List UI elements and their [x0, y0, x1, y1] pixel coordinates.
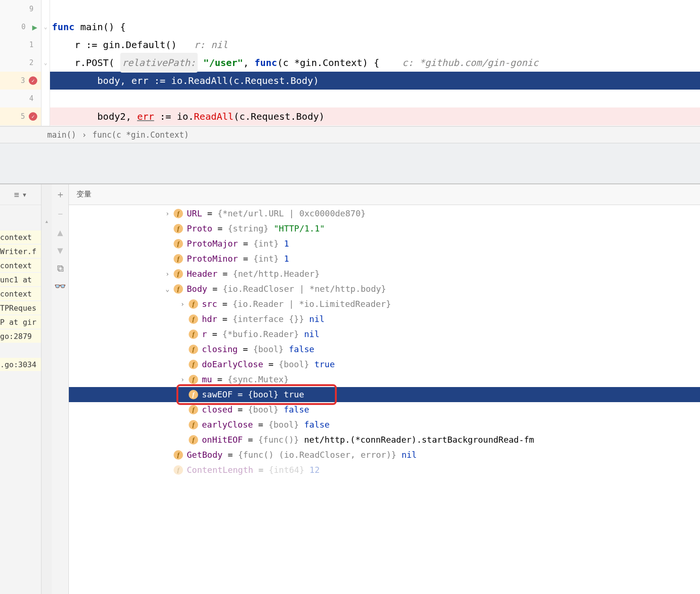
- variable-row[interactable]: fProto = {string} "HTTP/1.1": [69, 221, 700, 236]
- code-editor: 90▶12345 ⌄⌄ func main() { r := gin.Defau…: [0, 0, 700, 126]
- variables-tree[interactable]: ›fURL = {*net/url.URL | 0xc0000de870}fPr…: [69, 205, 700, 594]
- stack-frame[interactable]: unc1 at: [0, 273, 41, 286]
- fold-icon[interactable]: ⌄: [44, 59, 47, 66]
- field-badge-icon: f: [174, 254, 183, 264]
- chevron-down-icon[interactable]: ⌄: [163, 281, 172, 297]
- variables-tab[interactable]: 变量: [69, 184, 700, 205]
- field-badge-icon: f: [189, 299, 198, 309]
- down-icon[interactable]: ▼: [57, 245, 63, 256]
- stack-frame[interactable]: Writer.f: [0, 245, 41, 258]
- stack-frame[interactable]: .go:3034: [0, 358, 41, 371]
- stack-frame[interactable]: TPReques: [0, 301, 41, 314]
- remove-watch-icon[interactable]: －: [56, 207, 65, 220]
- field-badge-icon: f: [174, 465, 183, 475]
- stack-frame[interactable]: P at gir: [0, 315, 41, 329]
- variable-row[interactable]: fContentLength = {int64} 12: [69, 462, 700, 478]
- breadcrumb-item[interactable]: main(): [47, 130, 76, 140]
- variable-name: ProtoMinor: [187, 251, 238, 266]
- variable-row[interactable]: fr = {*bufio.Reader} nil: [69, 327, 700, 342]
- scroll-up-icon[interactable]: ▴: [45, 217, 49, 225]
- variable-name: ContentLength: [187, 462, 253, 478]
- code-line[interactable]: r := gin.Default() r: nil: [50, 36, 700, 54]
- code-line[interactable]: body, err := io.ReadAll(c.Request.Body): [50, 72, 700, 90]
- field-badge-icon: f: [174, 450, 183, 460]
- code-line[interactable]: r.POST( relativePath: "/user", func(c *g…: [50, 54, 700, 72]
- add-watch-icon[interactable]: ＋: [56, 188, 65, 201]
- fold-icon[interactable]: ⌄: [44, 24, 47, 30]
- editor-gap: [0, 143, 700, 184]
- run-gutter-icon[interactable]: ▶: [32, 22, 37, 32]
- gutter-row[interactable]: 4: [0, 90, 41, 107]
- code-line[interactable]: func main() {: [50, 18, 700, 36]
- variable-row[interactable]: fclosing = {bool} false: [69, 342, 700, 357]
- code-area[interactable]: func main() { r := gin.Default() r: nil …: [50, 0, 700, 126]
- code-line[interactable]: body2, err := io.ReadAll(c.Request.Body): [50, 107, 700, 125]
- variable-name: closed: [202, 402, 233, 417]
- variable-name: closing: [202, 342, 238, 357]
- frames-list[interactable]: contextWriter.fcontextunc1 atcontextTPRe…: [0, 205, 41, 594]
- variable-value: nil: [309, 312, 325, 327]
- breadcrumb[interactable]: main() › func(c *gin.Context): [0, 126, 700, 143]
- gutter-row[interactable]: 5: [0, 107, 41, 125]
- variable-row[interactable]: fGetBody = {func() (io.ReadCloser, error…: [69, 447, 700, 462]
- variable-name: URL: [187, 206, 202, 221]
- chevron-right-icon[interactable]: ›: [178, 372, 187, 387]
- field-badge-icon: f: [189, 345, 198, 354]
- stack-frame[interactable]: context: [0, 231, 41, 244]
- stack-frame[interactable]: context: [0, 259, 41, 272]
- variable-type: {bool}: [248, 402, 279, 417]
- variable-name: sawEOF: [202, 387, 233, 402]
- variable-row[interactable]: fsawEOF = {bool} true: [69, 387, 700, 402]
- chevron-right-icon[interactable]: ›: [178, 297, 187, 312]
- up-icon[interactable]: ▲: [57, 227, 63, 238]
- variable-name: earlyClose: [202, 417, 253, 432]
- variable-row[interactable]: fclosed = {bool} false: [69, 402, 700, 417]
- code-line[interactable]: [50, 90, 700, 107]
- gutter-row[interactable]: 2: [0, 54, 41, 72]
- breadcrumb-item[interactable]: func(c *gin.Context): [92, 130, 189, 140]
- glasses-icon[interactable]: 👓: [54, 280, 66, 292]
- variable-row[interactable]: ›fURL = {*net/url.URL | 0xc0000de870}: [69, 206, 700, 221]
- frames-toolbar: ≡ ▾: [0, 184, 41, 205]
- frames-scroll[interactable]: ▴: [42, 184, 52, 594]
- var-toolbar: ＋ － ▲ ▼ ⧉ 👓: [52, 184, 69, 594]
- variable-type: {bool}: [248, 387, 279, 402]
- variable-row[interactable]: fhdr = {interface {}} nil: [69, 312, 700, 327]
- variable-value: false: [289, 342, 314, 357]
- variable-row[interactable]: ›fmu = {sync.Mutex}: [69, 372, 700, 387]
- field-badge-icon: f: [189, 435, 198, 445]
- gutter-row[interactable]: 0▶: [0, 18, 41, 36]
- variable-row[interactable]: fProtoMajor = {int} 1: [69, 236, 700, 251]
- variable-value: false: [304, 417, 330, 432]
- variable-name: doEarlyClose: [202, 357, 263, 372]
- stack-frame[interactable]: context: [0, 287, 41, 300]
- variable-row[interactable]: ›fsrc = {io.Reader | *io.LimitedReader}: [69, 297, 700, 312]
- variable-type: {net/http.Header}: [233, 266, 320, 281]
- variable-value: net/http.(*connReader).startBackgroundRe…: [304, 432, 534, 447]
- chevron-right-icon[interactable]: ›: [163, 266, 172, 281]
- gutter-row[interactable]: 3: [0, 72, 41, 90]
- threads-icon[interactable]: ≡: [14, 190, 19, 199]
- variable-row[interactable]: fProtoMinor = {int} 1: [69, 251, 700, 266]
- stack-frame[interactable]: go:2879: [0, 330, 41, 343]
- gutter-row[interactable]: 1: [0, 36, 41, 54]
- variable-row[interactable]: ⌄fBody = {io.ReadCloser | *net/http.body…: [69, 281, 700, 297]
- field-badge-icon: f: [174, 269, 183, 279]
- chevron-right-icon[interactable]: ›: [163, 206, 172, 221]
- breakpoint-icon[interactable]: [29, 76, 37, 85]
- gutter-row[interactable]: 9: [0, 0, 41, 18]
- variable-name: Header: [187, 266, 217, 281]
- variable-value: false: [283, 402, 309, 417]
- chevron-down-icon[interactable]: ▾: [22, 190, 27, 199]
- variable-type: {bool}: [253, 342, 283, 357]
- breakpoint-icon[interactable]: [29, 112, 37, 121]
- stack-frame[interactable]: [0, 344, 41, 357]
- copy-icon[interactable]: ⧉: [57, 263, 64, 274]
- variable-row[interactable]: fdoEarlyClose = {bool} true: [69, 357, 700, 372]
- variable-value: 12: [309, 462, 320, 478]
- variable-type: {*net/url.URL | 0xc0000de870}: [217, 206, 366, 221]
- variable-row[interactable]: fonHitEOF = {func()} net/http.(*connRead…: [69, 432, 700, 447]
- variable-row[interactable]: ›fHeader = {net/http.Header}: [69, 266, 700, 281]
- variable-row[interactable]: fearlyClose = {bool} false: [69, 417, 700, 432]
- code-line[interactable]: [50, 0, 700, 18]
